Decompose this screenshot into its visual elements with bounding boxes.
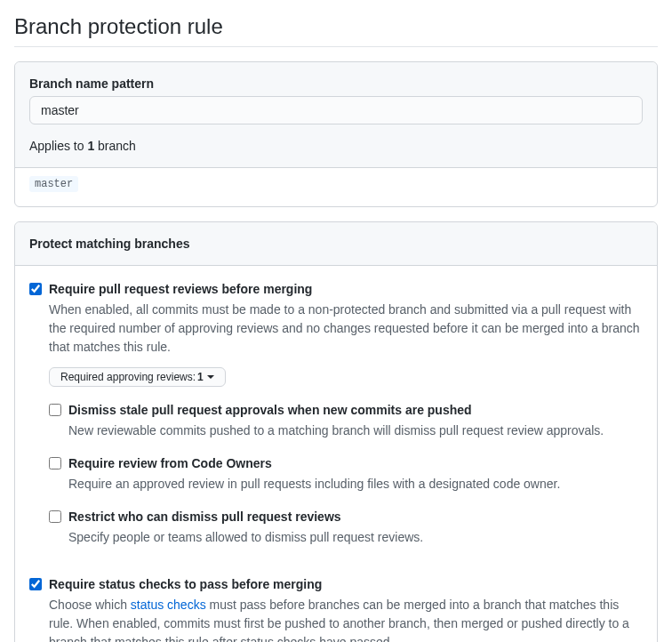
- branch-pattern-input[interactable]: [29, 96, 643, 124]
- dismiss-stale-desc: New reviewable commits pushed to a match…: [68, 421, 643, 440]
- pattern-label: Branch name pattern: [29, 76, 643, 91]
- applies-suffix: branch: [94, 139, 136, 153]
- approving-reviews-dropdown[interactable]: Required approving reviews: 1: [49, 367, 226, 387]
- matched-branches-row: master: [15, 168, 657, 206]
- branch-tag: master: [29, 176, 78, 192]
- status-checks-link[interactable]: status checks: [131, 598, 206, 612]
- chevron-down-icon: [207, 375, 214, 379]
- protect-header: Protect matching branches: [15, 222, 657, 266]
- applies-count: 1: [87, 139, 94, 153]
- status-checks-desc: Choose which status checks must pass bef…: [49, 596, 643, 642]
- code-owners-title: Require review from Code Owners: [68, 454, 643, 473]
- protect-branches-box: Protect matching branches Require pull r…: [14, 221, 658, 642]
- code-owners-row: Require review from Code Owners Require …: [49, 454, 643, 494]
- branch-pattern-box: Branch name pattern Applies to 1 branch …: [14, 61, 658, 207]
- code-owners-checkbox[interactable]: [49, 457, 61, 469]
- dismiss-stale-checkbox[interactable]: [49, 404, 61, 416]
- restrict-dismiss-row: Restrict who can dismiss pull request re…: [49, 508, 643, 547]
- applies-text: Applies to 1 branch: [29, 139, 643, 153]
- require-reviews-checkbox[interactable]: [29, 283, 42, 295]
- restrict-dismiss-title: Restrict who can dismiss pull request re…: [68, 508, 643, 526]
- dropdown-label: Required approving reviews:: [60, 371, 196, 383]
- status-checks-row: Require status checks to pass before mer…: [29, 575, 643, 642]
- require-reviews-title: Require pull request reviews before merg…: [49, 280, 643, 299]
- status-desc-prefix: Choose which: [49, 598, 131, 612]
- divider: [14, 46, 658, 47]
- page-title: Branch protection rule: [14, 14, 658, 39]
- code-owners-desc: Require an approved review in pull reque…: [68, 475, 643, 494]
- dropdown-value: 1: [197, 371, 204, 383]
- status-checks-title: Require status checks to pass before mer…: [49, 575, 643, 594]
- dismiss-stale-row: Dismiss stale pull request approvals whe…: [49, 401, 643, 440]
- restrict-dismiss-checkbox[interactable]: [49, 510, 61, 523]
- restrict-dismiss-desc: Specify people or teams allowed to dismi…: [68, 528, 643, 547]
- applies-prefix: Applies to: [29, 139, 87, 153]
- require-reviews-desc: When enabled, all commits must be made t…: [49, 301, 643, 357]
- dismiss-stale-title: Dismiss stale pull request approvals whe…: [68, 401, 643, 420]
- status-checks-checkbox[interactable]: [29, 578, 42, 590]
- require-reviews-row: Require pull request reviews before merg…: [29, 280, 643, 547]
